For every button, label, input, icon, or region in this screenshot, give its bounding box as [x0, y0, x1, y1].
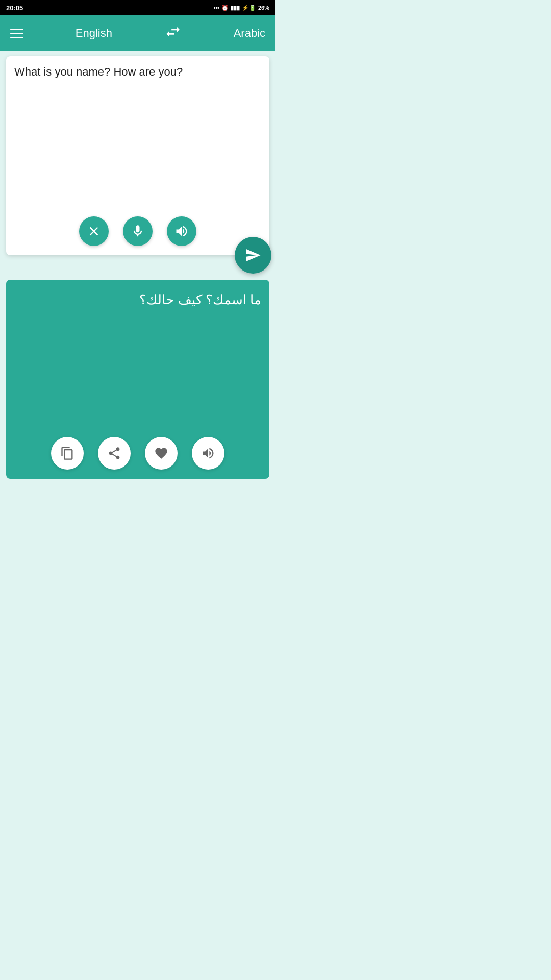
swap-languages-button[interactable]: [164, 23, 182, 44]
status-time: 20:05: [6, 4, 23, 12]
clear-button[interactable]: [79, 216, 109, 246]
translate-button[interactable]: [235, 237, 271, 274]
input-section: [6, 56, 269, 255]
top-navigation-bar: English Arabic: [0, 15, 276, 51]
source-language-selector[interactable]: English: [76, 27, 112, 40]
dots-icon: •••: [213, 5, 219, 11]
status-icons: ••• ⏰ ▮▮▮ ⚡🔋 26%: [213, 5, 269, 11]
favorite-button[interactable]: [145, 437, 178, 470]
share-button[interactable]: [98, 437, 131, 470]
sim-icon: ▮▮▮: [231, 5, 240, 11]
battery-icon: ⚡🔋: [242, 5, 256, 11]
source-text-input[interactable]: [14, 64, 261, 177]
translated-text: ما اسمك؟ كيف حالك؟: [14, 290, 261, 310]
alarm-icon: ⏰: [221, 5, 229, 11]
target-language-selector[interactable]: Arabic: [234, 27, 265, 40]
battery-percent: 26%: [258, 5, 269, 11]
hamburger-menu-button[interactable]: [10, 29, 23, 38]
output-action-buttons: [6, 437, 269, 470]
microphone-button[interactable]: [123, 216, 153, 246]
status-bar: 20:05 ••• ⏰ ▮▮▮ ⚡🔋 26%: [0, 0, 276, 15]
speak-translation-button[interactable]: [192, 437, 224, 470]
copy-button[interactable]: [51, 437, 84, 470]
speak-source-button[interactable]: [167, 216, 196, 246]
input-action-buttons: [6, 216, 269, 246]
output-section: ما اسمك؟ كيف حالك؟: [6, 280, 269, 479]
